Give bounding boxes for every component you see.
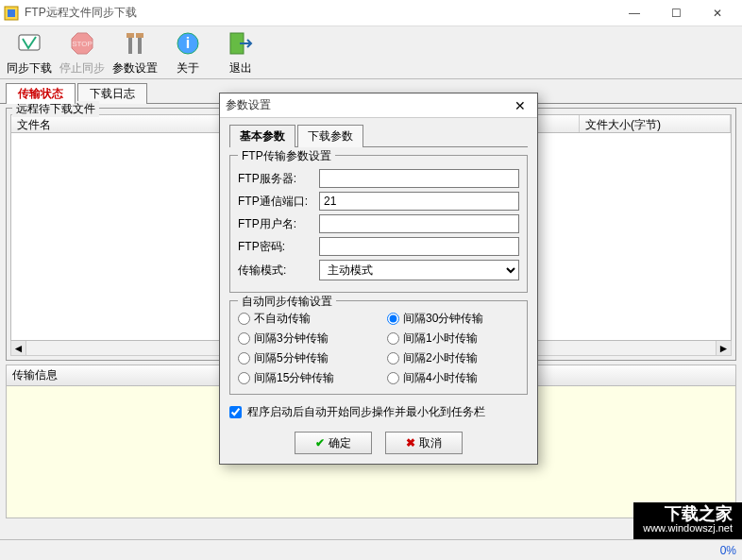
transfer-mode-label: 传输模式:	[238, 263, 313, 279]
toolbar-about-label: 关于	[177, 60, 199, 76]
toolbar-stop-button[interactable]: STOP 停止同步	[57, 28, 108, 76]
cancel-button[interactable]: ✖取消	[385, 432, 463, 454]
toolbar-settings-label: 参数设置	[112, 60, 158, 76]
toolbar-settings-button[interactable]: 参数设置	[110, 28, 160, 76]
ftp-server-input[interactable]	[319, 169, 519, 188]
dialog-close-button[interactable]: ✕	[509, 98, 531, 113]
svg-text:STOP: STOP	[72, 40, 93, 48]
ok-button[interactable]: ✔确定	[295, 432, 372, 454]
status-bar: 0%	[0, 539, 742, 560]
check-icon: ✔	[315, 436, 325, 450]
ftp-params-group: FTP传输参数设置 FTP服务器: FTP通信端口: FTP用户名: FTP密码…	[229, 155, 528, 293]
toolbar: 同步下载 STOP 停止同步 参数设置 i 关于 退出	[0, 26, 742, 79]
dialog-title: 参数设置	[226, 97, 509, 113]
svg-rect-1	[8, 9, 15, 17]
watermark-text: 下载之家	[643, 505, 733, 522]
radio-4hour[interactable]: 间隔4小时传输	[387, 370, 519, 386]
toolbar-exit-label: 退出	[229, 60, 252, 76]
ftp-params-legend: FTP传输参数设置	[238, 148, 335, 164]
ftp-port-label: FTP通信端口:	[238, 194, 313, 210]
col-filesize[interactable]: 文件大小(字节)	[580, 115, 731, 132]
radio-1hour[interactable]: 间隔1小时传输	[387, 331, 519, 347]
ftp-port-input[interactable]	[319, 192, 519, 211]
dialog-tab-download[interactable]: 下载参数	[297, 125, 363, 147]
window-title: FTP远程文件同步下载	[25, 5, 614, 21]
watermark: 下载之家 www.windowszj.net	[633, 502, 742, 539]
toolbar-stop-label: 停止同步	[59, 60, 105, 76]
minimize-button[interactable]: —	[614, 0, 655, 26]
radio-no-auto[interactable]: 不自动传输	[238, 311, 370, 327]
auto-sync-legend: 自动同步传输设置	[238, 294, 336, 310]
maximize-button[interactable]: ☐	[655, 0, 697, 26]
status-percent: 0%	[720, 544, 736, 557]
titlebar: FTP远程文件同步下载 — ☐ ✕	[0, 0, 742, 26]
toolbar-about-button[interactable]: i 关于	[162, 28, 213, 76]
ftp-server-label: FTP服务器:	[238, 171, 313, 187]
x-icon: ✖	[406, 436, 415, 450]
svg-text:i: i	[186, 35, 190, 51]
dialog-titlebar[interactable]: 参数设置 ✕	[220, 93, 537, 118]
svg-rect-7	[126, 33, 134, 38]
svg-rect-8	[136, 33, 143, 38]
ftp-pass-input[interactable]	[319, 237, 519, 256]
watermark-url: www.windowszj.net	[643, 522, 733, 534]
app-icon	[4, 6, 19, 21]
settings-icon	[120, 28, 150, 59]
autostart-label: 程序启动后自动开始同步操作并最小化到任务栏	[247, 404, 485, 420]
ftp-pass-label: FTP密码:	[238, 239, 313, 255]
exit-icon	[226, 28, 256, 59]
radio-5min[interactable]: 间隔5分钟传输	[238, 350, 370, 366]
tab-transfer-status[interactable]: 传输状态	[6, 83, 76, 104]
radio-30min[interactable]: 间隔30分钟传输	[387, 311, 519, 327]
sync-icon	[14, 28, 44, 59]
toolbar-sync-button[interactable]: 同步下载	[4, 28, 55, 76]
close-button[interactable]: ✕	[697, 0, 738, 26]
ftp-user-input[interactable]	[319, 214, 519, 233]
transfer-mode-select[interactable]: 主动模式	[319, 260, 519, 280]
radio-15min[interactable]: 间隔15分钟传输	[238, 370, 370, 386]
radio-2hour[interactable]: 间隔2小时传输	[387, 350, 519, 366]
about-icon: i	[173, 28, 203, 59]
stop-icon: STOP	[67, 28, 97, 59]
autostart-checkbox[interactable]	[229, 406, 242, 418]
dialog-tab-basic[interactable]: 基本参数	[229, 125, 295, 147]
ftp-user-label: FTP用户名:	[238, 216, 313, 232]
settings-dialog: 参数设置 ✕ 基本参数 下载参数 FTP传输参数设置 FTP服务器: FTP通信…	[219, 93, 538, 465]
toolbar-sync-label: 同步下载	[7, 60, 52, 76]
auto-sync-group: 自动同步传输设置 不自动传输 间隔30分钟传输 间隔3分钟传输 间隔1小时传输 …	[229, 300, 528, 395]
scroll-right-arrow[interactable]: ►	[716, 341, 731, 355]
radio-3min[interactable]: 间隔3分钟传输	[238, 331, 370, 347]
dialog-tabs: 基本参数 下载参数	[229, 124, 528, 147]
sync-interval-radios: 不自动传输 间隔30分钟传输 间隔3分钟传输 间隔1小时传输 间隔5分钟传输 间…	[238, 311, 519, 386]
toolbar-exit-button[interactable]: 退出	[215, 28, 266, 76]
scroll-left-arrow[interactable]: ◄	[11, 341, 26, 355]
